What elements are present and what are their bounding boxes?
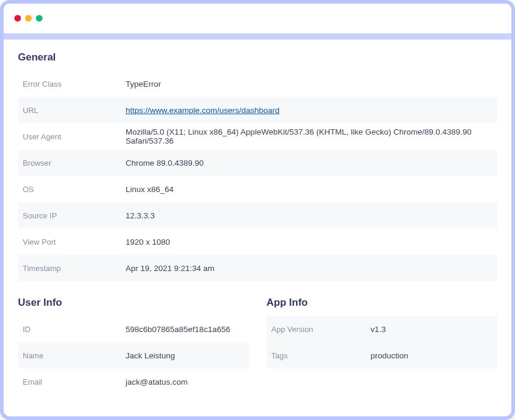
- general-row-value: Linux x86_64: [126, 185, 492, 194]
- url-link[interactable]: https://www.example.com/users/dashboard: [126, 106, 279, 115]
- app-info-row-value: v1.3: [371, 325, 493, 334]
- general-row-label: Browser: [23, 159, 126, 168]
- window-controls: [14, 15, 42, 22]
- general-row: OSLinux x86_64: [18, 176, 497, 202]
- user-info-section: User Info ID598c6b07865a85ef18c1a656Name…: [18, 297, 249, 395]
- app-info-row-label: App Version: [272, 325, 371, 334]
- content-area: General Error ClassTypeErrorURLhttps://w…: [4, 39, 511, 407]
- general-row-label: View Port: [23, 238, 126, 246]
- app-window: General Error ClassTypeErrorURLhttps://w…: [0, 0, 515, 420]
- general-row-value: Chrome 89.0.4389.90: [126, 159, 492, 168]
- general-row-label: Timestamp: [23, 264, 126, 273]
- general-row-value: https://www.example.com/users/dashboard: [126, 106, 492, 115]
- general-section: General Error ClassTypeErrorURLhttps://w…: [18, 51, 497, 281]
- general-row-value: Apr 19, 2021 9:21:34 am: [126, 264, 492, 273]
- user-info-row: ID598c6b07865a85ef18c1a656: [18, 316, 249, 342]
- general-row-label: User Agent: [23, 132, 126, 141]
- user-info-row-label: Email: [23, 378, 126, 386]
- general-row: Source IP12.3.3.3: [18, 202, 497, 229]
- general-row: View Port1920 x 1080: [18, 229, 497, 255]
- app-info-rows: App Versionv1.3Tagsproduction: [267, 316, 498, 369]
- app-info-row-label: Tags: [272, 351, 371, 360]
- user-info-row-label: ID: [23, 325, 126, 334]
- general-rows: Error ClassTypeErrorURLhttps://www.examp…: [18, 71, 497, 281]
- general-row-value: TypeError: [126, 80, 492, 89]
- minimize-icon[interactable]: [25, 15, 32, 22]
- user-info-row-value: 598c6b07865a85ef18c1a656: [126, 325, 244, 334]
- general-row: URLhttps://www.example.com/users/dashboa…: [18, 97, 497, 123]
- general-row: TimestampApr 19, 2021 9:21:34 am: [18, 255, 497, 281]
- window-titlebar: [4, 4, 511, 34]
- user-info-title: User Info: [18, 297, 249, 309]
- general-row-value: Mozilla/5.0 (X11; Linux x86_64) AppleWeb…: [126, 127, 492, 145]
- general-row-label: Error Class: [23, 80, 126, 89]
- general-row: Error ClassTypeError: [18, 71, 497, 97]
- general-row-value: 12.3.3.3: [126, 211, 492, 220]
- user-info-row-label: Name: [23, 351, 126, 360]
- general-row: User AgentMozilla/5.0 (X11; Linux x86_64…: [18, 123, 497, 150]
- header-divider: [4, 34, 511, 39]
- general-row-label: OS: [23, 185, 126, 194]
- general-row-value: 1920 x 1080: [126, 238, 492, 246]
- general-title: General: [18, 51, 497, 63]
- user-info-row: Emailjack@atatus.com: [18, 369, 249, 395]
- general-row-label: Source IP: [23, 211, 126, 220]
- user-info-rows: ID598c6b07865a85ef18c1a656NameJack Leist…: [18, 316, 249, 395]
- app-info-row-value: production: [371, 351, 493, 360]
- app-info-row: Tagsproduction: [267, 342, 498, 369]
- user-info-row: NameJack Leistung: [18, 342, 249, 369]
- close-icon[interactable]: [14, 15, 21, 22]
- general-row-label: URL: [23, 106, 126, 115]
- maximize-icon[interactable]: [36, 15, 42, 22]
- app-info-title: App Info: [267, 297, 498, 309]
- info-columns: User Info ID598c6b07865a85ef18c1a656Name…: [18, 297, 497, 395]
- app-info-row: App Versionv1.3: [267, 316, 498, 342]
- general-row: BrowserChrome 89.0.4389.90: [18, 150, 497, 176]
- user-info-row-value: jack@atatus.com: [126, 378, 244, 386]
- user-info-row-value: Jack Leistung: [126, 351, 244, 360]
- app-info-section: App Info App Versionv1.3Tagsproduction: [267, 297, 498, 395]
